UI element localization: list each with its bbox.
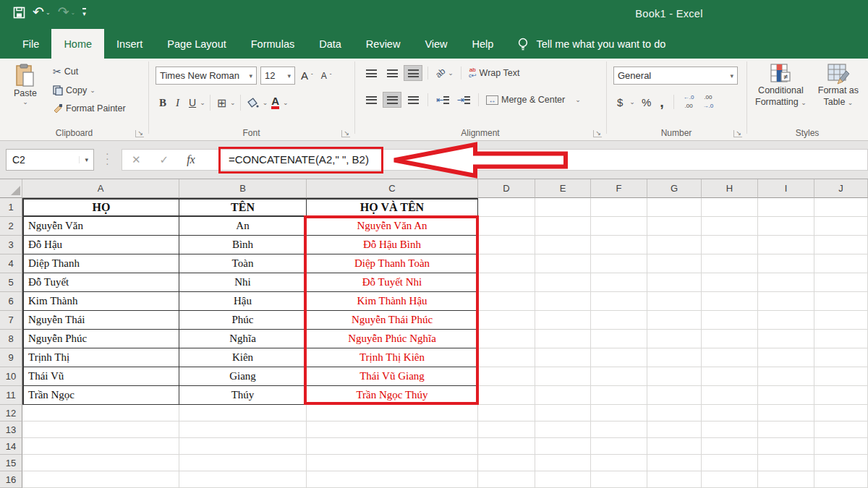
- cell-E10[interactable]: [535, 367, 591, 386]
- cell-C6[interactable]: Kim Thành Hậu: [307, 292, 478, 311]
- cell-D4[interactable]: [478, 254, 535, 273]
- fill-color-dropdown-icon[interactable]: ⌄: [263, 99, 268, 106]
- cell-F14[interactable]: [591, 438, 647, 455]
- alignment-dialog-launcher-icon[interactable]: ↘: [593, 130, 602, 137]
- column-header-D[interactable]: D: [478, 179, 535, 198]
- cell-B11[interactable]: Thúy: [179, 386, 307, 405]
- cell-H3[interactable]: [702, 236, 758, 254]
- clipboard-dialog-launcher-icon[interactable]: ↘: [135, 130, 144, 137]
- orientation-button[interactable]: ab ⌄: [433, 67, 456, 80]
- cell-G7[interactable]: [647, 311, 702, 330]
- column-header-B[interactable]: B: [179, 179, 307, 198]
- cell-H8[interactable]: [702, 330, 758, 348]
- undo-dropdown-icon[interactable]: ⌄: [46, 9, 51, 16]
- row-header-12[interactable]: 12: [0, 405, 22, 421]
- row-header-14[interactable]: 14: [0, 438, 22, 455]
- cell-D5[interactable]: [478, 273, 535, 292]
- column-header-E[interactable]: E: [535, 179, 591, 198]
- increase-decimal-button[interactable]: ←.0.00: [681, 93, 697, 111]
- cell-H6[interactable]: [702, 292, 758, 311]
- name-box-dropdown-icon[interactable]: ▾: [79, 156, 93, 163]
- column-header-G[interactable]: G: [647, 179, 702, 198]
- row-header-11[interactable]: 11: [0, 386, 22, 405]
- cell-F12[interactable]: [591, 405, 647, 421]
- cell-A13[interactable]: [22, 421, 179, 438]
- row-header-8[interactable]: 8: [0, 330, 22, 348]
- customize-quick-access-button[interactable]: ▾: [82, 8, 86, 17]
- cell-I10[interactable]: [758, 367, 814, 386]
- cell-E5[interactable]: [535, 273, 591, 292]
- cell-D3[interactable]: [478, 236, 535, 254]
- row-header-16[interactable]: 16: [0, 471, 22, 488]
- cell-D13[interactable]: [478, 421, 535, 438]
- cell-J3[interactable]: [814, 236, 868, 254]
- cell-D12[interactable]: [478, 405, 535, 421]
- cell-B10[interactable]: Giang: [179, 367, 307, 386]
- row-header-15[interactable]: 15: [0, 455, 22, 471]
- cell-F5[interactable]: [591, 273, 647, 292]
- column-header-J[interactable]: J: [814, 179, 868, 198]
- cell-H11[interactable]: [702, 386, 758, 405]
- fill-color-button[interactable]: [245, 96, 261, 110]
- cell-J14[interactable]: [814, 438, 868, 455]
- cell-H15[interactable]: [702, 455, 758, 471]
- cell-G1[interactable]: [647, 198, 702, 217]
- cell-I1[interactable]: [758, 198, 814, 217]
- cell-C1[interactable]: HỌ VÀ TÊN: [307, 198, 478, 217]
- font-size-select[interactable]: 12 ▾: [260, 67, 295, 85]
- cell-C13[interactable]: [307, 421, 478, 438]
- cell-A12[interactable]: [22, 405, 179, 421]
- cell-E4[interactable]: [535, 254, 591, 273]
- cell-H2[interactable]: [702, 217, 758, 236]
- cell-F9[interactable]: [591, 348, 647, 367]
- cell-I13[interactable]: [758, 421, 814, 438]
- cell-D7[interactable]: [478, 311, 535, 330]
- cell-A14[interactable]: [22, 438, 179, 455]
- cell-I2[interactable]: [758, 217, 814, 236]
- number-format-select[interactable]: General ▾: [613, 67, 738, 85]
- cell-H14[interactable]: [702, 438, 758, 455]
- cell-I9[interactable]: [758, 348, 814, 367]
- cancel-icon[interactable]: ✕: [122, 153, 150, 166]
- cell-H4[interactable]: [702, 254, 758, 273]
- cell-F10[interactable]: [591, 367, 647, 386]
- cell-J13[interactable]: [814, 421, 868, 438]
- cell-G15[interactable]: [647, 455, 702, 471]
- cell-G8[interactable]: [647, 330, 702, 348]
- accounting-format-button[interactable]: $: [615, 95, 625, 110]
- cell-I6[interactable]: [758, 292, 814, 311]
- cell-F1[interactable]: [591, 198, 647, 217]
- cell-B16[interactable]: [179, 471, 307, 488]
- cell-C3[interactable]: Đỗ Hậu Bình: [307, 236, 478, 254]
- cell-A15[interactable]: [22, 455, 179, 471]
- tab-view[interactable]: View: [412, 29, 459, 59]
- row-header-2[interactable]: 2: [0, 217, 22, 236]
- align-right-button[interactable]: [404, 92, 422, 108]
- undo-button[interactable]: ↶ ⌄: [33, 6, 51, 19]
- cell-B1[interactable]: TÊN: [179, 198, 307, 217]
- cell-G9[interactable]: [647, 348, 702, 367]
- decrease-indent-button[interactable]: ⇤: [433, 92, 452, 108]
- cell-F7[interactable]: [591, 311, 647, 330]
- tab-help[interactable]: Help: [460, 29, 506, 59]
- cell-I14[interactable]: [758, 438, 814, 455]
- number-dialog-launcher-icon[interactable]: ↘: [733, 130, 742, 137]
- cell-C5[interactable]: Đỗ Tuyết Nhi: [307, 273, 478, 292]
- cell-B3[interactable]: Bình: [179, 236, 307, 254]
- tab-data[interactable]: Data: [307, 29, 354, 59]
- cell-G4[interactable]: [647, 254, 702, 273]
- cell-J1[interactable]: [814, 198, 868, 217]
- cell-C12[interactable]: [307, 405, 478, 421]
- cell-E6[interactable]: [535, 292, 591, 311]
- cell-F3[interactable]: [591, 236, 647, 254]
- format-as-table-button[interactable]: Format as Table ⌄: [814, 63, 863, 108]
- cell-F11[interactable]: [591, 386, 647, 405]
- cell-C10[interactable]: Thái Vũ Giang: [307, 367, 478, 386]
- top-align-button[interactable]: [362, 65, 380, 81]
- cell-J15[interactable]: [814, 455, 868, 471]
- cell-F13[interactable]: [591, 421, 647, 438]
- cell-E14[interactable]: [535, 438, 591, 455]
- bold-button[interactable]: B: [157, 95, 169, 111]
- paste-dropdown-icon[interactable]: ⌄: [6, 98, 45, 106]
- cell-J5[interactable]: [814, 273, 868, 292]
